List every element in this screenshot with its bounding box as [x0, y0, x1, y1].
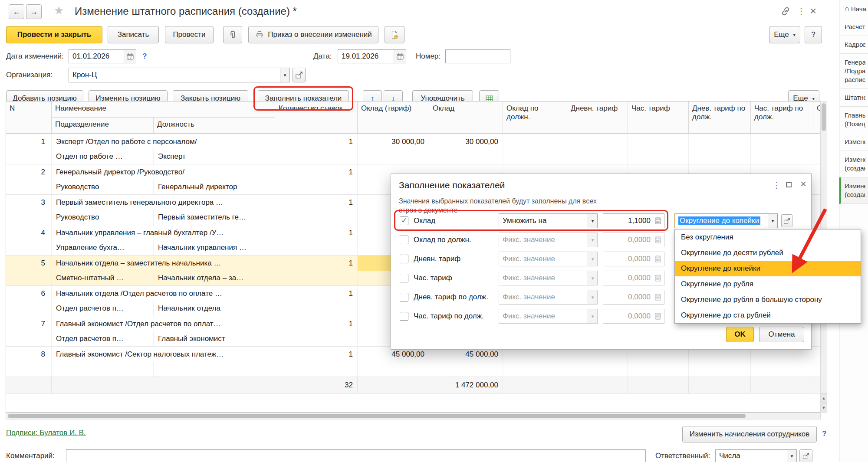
- back-button[interactable]: ←: [9, 4, 24, 19]
- change-date-help-link[interactable]: ?: [142, 52, 147, 61]
- organization-combo[interactable]: Крон-Ц ▾: [69, 68, 290, 82]
- chevron-down-icon[interactable]: ▾: [588, 252, 597, 266]
- open-organization-button[interactable]: [293, 68, 306, 82]
- sidebar-item[interactable]: Расчет з: [839, 18, 868, 36]
- attachments-button[interactable]: [223, 26, 242, 43]
- rounding-select[interactable]: Округление до копейки ▾: [674, 213, 778, 228]
- day-tariff-by-position-method-select[interactable]: Фикс. значение ▾: [499, 290, 598, 305]
- dropdown-item[interactable]: Округление до рубля: [675, 276, 861, 292]
- sidebar-item[interactable]: Кадров: [839, 36, 868, 54]
- number-input[interactable]: [446, 52, 510, 61]
- comment-field[interactable]: [66, 449, 646, 462]
- accruals-help-link[interactable]: ?: [822, 429, 826, 438]
- hour-tariff-value-input[interactable]: 0,0000: [603, 271, 664, 285]
- link-icon[interactable]: [780, 6, 791, 16]
- sidebar-item[interactable]: Главный (Позици: [839, 107, 868, 133]
- kebab-menu-icon[interactable]: ⋮: [797, 6, 806, 16]
- calendar-icon[interactable]: [124, 50, 136, 63]
- vertical-scrollbar-thumb[interactable]: [822, 103, 826, 131]
- salary-method-select[interactable]: Умножить на ▾: [499, 213, 598, 228]
- calculator-icon[interactable]: [654, 255, 662, 263]
- salary-value-input[interactable]: 1,1000: [603, 213, 664, 228]
- column-header-salary-by-position[interactable]: Оклад по должн.: [503, 102, 567, 134]
- column-header-day-tariff-by-position[interactable]: Днев. тариф по долж.: [689, 102, 751, 134]
- hour-tariff-checkbox[interactable]: [400, 274, 408, 282]
- signatures-link[interactable]: Подписи: Булатов И. В.: [6, 429, 86, 437]
- open-responsible-button[interactable]: [799, 449, 812, 462]
- number-field[interactable]: [445, 49, 510, 63]
- more-button-top[interactable]: Еще▾: [769, 26, 800, 43]
- chevron-down-icon[interactable]: ▾: [588, 271, 597, 285]
- open-rounding-button[interactable]: [781, 214, 792, 227]
- hour-tariff-method-select[interactable]: Фикс. значение ▾: [499, 271, 598, 285]
- day-tariff-by-position-checkbox[interactable]: [400, 293, 408, 301]
- chevron-down-icon[interactable]: ▾: [588, 214, 597, 228]
- maximize-icon[interactable]: [786, 182, 792, 187]
- change-accruals-button[interactable]: Изменить начисления сотрудников: [682, 426, 817, 442]
- forward-button[interactable]: →: [26, 4, 42, 19]
- chevron-down-icon[interactable]: ▾: [588, 233, 597, 247]
- post-button[interactable]: Провести: [165, 26, 214, 43]
- responsible-combo[interactable]: Числа ▾: [715, 449, 797, 462]
- calculator-icon[interactable]: [654, 312, 662, 320]
- sidebar-item[interactable]: Штатно: [839, 89, 868, 107]
- horizontal-scrollbar-thumb[interactable]: [8, 414, 746, 418]
- calculator-icon[interactable]: [654, 274, 662, 282]
- sidebar-item[interactable]: Измене: [839, 133, 868, 151]
- dropdown-item-highlighted[interactable]: Округление до копейки: [675, 261, 861, 276]
- write-button[interactable]: Записать: [108, 26, 159, 43]
- column-header-partial[interactable]: С: [813, 102, 821, 134]
- date-field[interactable]: [338, 49, 406, 63]
- salary-checkbox[interactable]: ✓: [400, 216, 408, 225]
- calculator-icon[interactable]: [654, 236, 662, 244]
- column-header-position[interactable]: Должность: [154, 118, 275, 134]
- table-row[interactable]: 8 Главный экономист /Сектор налоговых пл…: [6, 347, 820, 377]
- cancel-button[interactable]: Отмена: [759, 327, 804, 342]
- sidebar-item-home[interactable]: ⌂Нача: [839, 0, 868, 18]
- dropdown-item[interactable]: Без округления: [675, 229, 861, 245]
- chevron-down-icon[interactable]: ▾: [280, 68, 289, 82]
- dropdown-item[interactable]: Округление до десяти рублей: [675, 245, 861, 261]
- column-header-department[interactable]: Подразделение: [52, 118, 154, 134]
- calculator-icon[interactable]: [654, 217, 662, 225]
- day-tariff-value-input[interactable]: 0,0000: [603, 252, 664, 266]
- date-input[interactable]: [338, 52, 394, 61]
- column-header-salary[interactable]: Оклад: [429, 102, 503, 134]
- change-date-field[interactable]: [69, 49, 136, 63]
- dialog-menu-icon[interactable]: ⋮: [771, 180, 782, 190]
- favorite-star-icon[interactable]: ★: [54, 4, 64, 17]
- horizontal-scrollbar[interactable]: [6, 413, 821, 419]
- scroll-up-button[interactable]: ▲: [821, 393, 827, 403]
- document-history-button[interactable]: [385, 26, 404, 43]
- chevron-down-icon[interactable]: ▾: [787, 450, 796, 462]
- ok-button[interactable]: OK: [726, 327, 754, 342]
- day-tariff-method-select[interactable]: Фикс. значение ▾: [499, 252, 598, 266]
- close-window-icon[interactable]: ×: [810, 4, 816, 18]
- dropdown-item[interactable]: Округление до рубля в большую сторону: [675, 292, 861, 308]
- chevron-down-icon[interactable]: ▾: [588, 290, 597, 304]
- column-header-n[interactable]: N: [6, 102, 52, 134]
- hour-tariff-by-position-method-select[interactable]: Фикс. значение ▾: [499, 309, 598, 324]
- column-header-name[interactable]: Наименование: [52, 102, 275, 118]
- print-order-button[interactable]: Приказ о внесении изменений: [248, 26, 378, 43]
- column-header-day-tariff[interactable]: Дневн. тариф: [567, 102, 628, 134]
- hour-tariff-by-position-value-input[interactable]: 0,0000: [603, 309, 664, 324]
- comment-input[interactable]: [66, 452, 645, 460]
- day-tariff-checkbox[interactable]: [400, 255, 408, 263]
- column-header-rate-count[interactable]: Количество ставок: [275, 102, 358, 134]
- sidebar-item[interactable]: Измене (создан: [839, 151, 868, 177]
- post-and-close-button[interactable]: Провести и закрыть: [6, 26, 102, 43]
- salary-by-position-value-input[interactable]: 0,0000: [603, 233, 664, 247]
- column-header-hour-tariff[interactable]: Час. тариф: [628, 102, 689, 134]
- table-row[interactable]: 1 Эксперт /Отдел по работе с персоналом/…: [6, 134, 820, 164]
- calendar-icon[interactable]: [394, 50, 406, 63]
- column-header-salary-tariff[interactable]: Оклад (тариф): [358, 102, 429, 134]
- column-header-hour-tariff-by-position[interactable]: Час. тариф по долж.: [751, 102, 813, 134]
- dropdown-item[interactable]: Округление до ста рублей: [675, 308, 861, 323]
- sidebar-item-active[interactable]: Измене (создан: [839, 177, 868, 204]
- calculator-icon[interactable]: [654, 293, 662, 301]
- sidebar-item[interactable]: Генерал /Подраз расписа: [839, 54, 868, 89]
- chevron-down-icon[interactable]: ▾: [768, 214, 777, 228]
- day-tariff-by-position-value-input[interactable]: 0,0000: [603, 290, 664, 305]
- help-button[interactable]: ?: [805, 26, 822, 43]
